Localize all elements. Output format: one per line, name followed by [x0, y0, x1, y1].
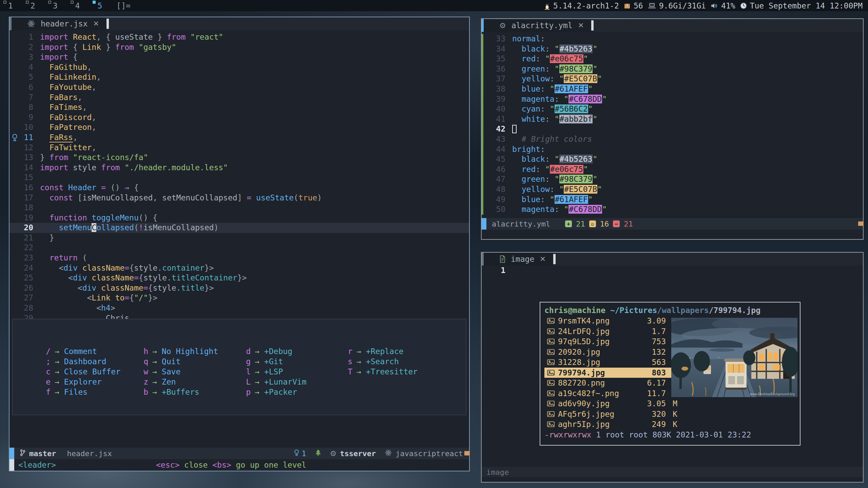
tab-label: alacritty.yml [512, 21, 573, 30]
code-line: 40 cyan: "#56B6C2" [482, 104, 863, 114]
whichkey-binding[interactable]: r→+Replace [344, 346, 441, 356]
lightbulb-icon [294, 449, 300, 458]
code-line: 21 } [9, 233, 469, 243]
line-number: 16 [21, 183, 40, 193]
file-row[interactable]: 9rsmTK4.png3.09M [544, 316, 677, 326]
code-line: 1import React, { useState } from "react" [9, 32, 469, 42]
diagnostics-hint[interactable]: 1 [294, 449, 306, 458]
scrollbar-thumb[interactable] [464, 451, 470, 455]
workspace-dot-icon [71, 1, 74, 4]
file-row[interactable]: aghr5Ip.jpg249K [544, 419, 677, 430]
whichkey-binding[interactable]: L→+LunarVim [242, 377, 344, 387]
whichkey-binding[interactable]: b→+Buffers [139, 387, 242, 397]
whichkey-binding[interactable]: g→+Git [242, 356, 344, 367]
line-number: 17 [21, 193, 40, 203]
image-file-icon [544, 380, 558, 386]
code-line: 44bright: [482, 144, 863, 155]
workspace-4[interactable]: 4 [73, 1, 82, 10]
code-line: 14import style from "./header.module.les… [9, 163, 469, 173]
workspace-dot-icon [93, 1, 96, 4]
statusline-filename: alacritty.yml [486, 220, 556, 228]
tram-near [724, 358, 748, 390]
line-number: 35 [493, 54, 512, 64]
file-manager-path: chris@machine ~/Pictures/wallpapers/7997… [544, 305, 800, 316]
code-line: 3import { [9, 52, 469, 62]
file-row[interactable]: 97q9L5D.jpg753K [544, 336, 677, 347]
line-number: 3 [21, 52, 40, 62]
git-branch-icon [20, 449, 26, 458]
whichkey-binding[interactable]: w→Save [139, 367, 242, 377]
code-line: 7 FaBars, [9, 93, 469, 103]
git-branch-label[interactable]: master [29, 449, 56, 458]
image-file-icon [544, 318, 558, 324]
close-icon[interactable]: ✕ [540, 255, 546, 263]
code-line: 49 blue: "#61AFEF" [482, 195, 863, 205]
clock-indicator: Tue September 14 12:00PM [740, 1, 863, 10]
arrow-icon: → [51, 377, 64, 387]
tab-header-jsx[interactable]: header.jsx ✕ [12, 17, 107, 30]
whichkey-binding[interactable]: e→Explorer [42, 377, 139, 387]
git-changed-icon: ▫ [589, 220, 596, 227]
file-row[interactable]: a19c482f~.png11.7M [544, 388, 677, 399]
whichkey-binding[interactable]: d→+Debug [242, 346, 344, 356]
code-buffer[interactable]: 1import React, { useState } from "react"… [9, 30, 469, 448]
line-number: 15 [21, 173, 40, 183]
line-number: 49 [493, 195, 512, 205]
git-added-icon: + [565, 220, 572, 227]
workspace-3[interactable]: 3 [51, 1, 60, 10]
arrow-icon: → [148, 356, 162, 367]
layout-indicator[interactable]: []= [116, 1, 131, 10]
treesitter-icon [315, 449, 321, 458]
line-number: 14 [21, 163, 40, 173]
whichkey-binding[interactable]: p→+Packer [242, 387, 344, 397]
tab-image[interactable]: image ✕ [484, 253, 553, 266]
file-row[interactable]: AFq5r6j.jpeg320K [544, 409, 677, 419]
workspace-1[interactable]: 1 [6, 1, 15, 10]
line-number: 46 [493, 164, 512, 175]
code-line: 12 FaTwitter, [9, 143, 469, 153]
editor-window-header-jsx[interactable]: header.jsx ✕ 1import React, { useState }… [9, 17, 470, 471]
workspace-2[interactable]: 2 [28, 1, 37, 10]
line-number: 48 [493, 184, 512, 195]
line-number: 1 [493, 266, 512, 276]
whichkey-binding[interactable]: ;→Dashboard [42, 356, 139, 367]
whichkey-binding[interactable]: c→Close Buffer [42, 367, 139, 377]
line-number: 11 [21, 133, 40, 143]
close-icon[interactable]: ✕ [578, 21, 584, 30]
whichkey-binding[interactable]: s→+Search [344, 356, 441, 367]
whichkey-binding[interactable]: h→No Highlight [139, 346, 242, 356]
code-line: 24 <div className={style.container}> [9, 263, 469, 273]
file-row[interactable]: 24LrDFQ.jpg1.7M [544, 326, 677, 337]
code-buffer[interactable]: 33normal:34 black: "#4b5263"35 red: "#e0… [482, 32, 863, 218]
workspace-5-active[interactable]: 5 [95, 1, 104, 10]
terminal-buffer[interactable]: 1 chris@machine ~/Pictures/wallpapers/79… [482, 266, 863, 467]
workspace-dot-icon [26, 1, 29, 4]
whichkey-binding[interactable]: /→Comment [42, 346, 139, 356]
editor-window-alacritty-yml[interactable]: ⚙ alacritty.yml ✕ 33normal:34 black: "#4… [481, 18, 864, 240]
editor-window-image[interactable]: image ✕ 1 chris@machine ~/Pictures/wallp… [481, 252, 864, 483]
file-row[interactable]: 31228.jpg563K [544, 357, 677, 368]
code-line: 43 # Bright colors [482, 134, 863, 144]
line-number: 34 [493, 44, 512, 54]
file-row-selected[interactable]: 799794.jpg803K [544, 368, 677, 378]
arrow-icon: → [352, 367, 366, 377]
whichkey-binding[interactable]: q→Quit [139, 356, 242, 367]
code-line: 47 green: "#98C379" [482, 174, 863, 184]
arrow-icon: → [51, 367, 64, 377]
file-row[interactable]: ad6v90y.jpg3.05M [544, 398, 677, 409]
tab-alacritty-yml[interactable]: ⚙ alacritty.yml ✕ [484, 19, 591, 32]
line-number: 37 [493, 74, 512, 84]
line-number: 44 [493, 144, 512, 155]
line-number: 6 [21, 82, 40, 93]
close-icon[interactable]: ✕ [93, 20, 99, 28]
bufferline: ⚙ alacritty.yml ✕ [482, 19, 863, 32]
file-row[interactable]: 882720.png6.17M [544, 378, 677, 388]
file-manager-panel[interactable]: chris@machine ~/Pictures/wallpapers/7997… [540, 302, 801, 446]
whichkey-binding[interactable]: z→Zen [139, 377, 242, 387]
speaker-icon [711, 2, 718, 9]
file-row[interactable]: 20920.jpg132K [544, 347, 677, 357]
whichkey-binding[interactable]: T→+Treesitter [344, 367, 441, 377]
scrollbar-thumb[interactable] [858, 221, 864, 226]
whichkey-binding[interactable]: l→+LSP [242, 367, 344, 377]
whichkey-binding[interactable]: f→Files [42, 387, 139, 397]
